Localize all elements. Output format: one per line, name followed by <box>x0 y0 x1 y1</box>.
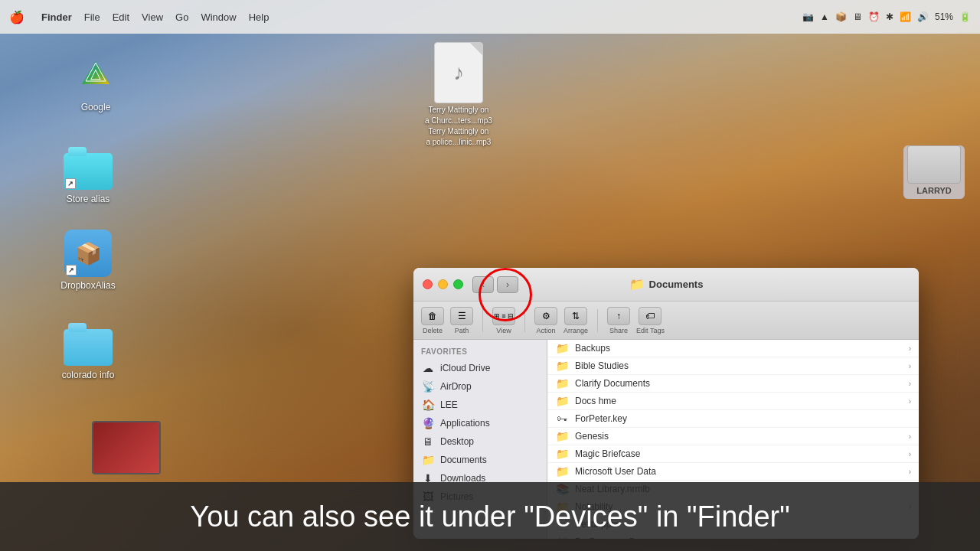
toolbar-separator-2 <box>524 309 525 332</box>
file-row[interactable]: 📁 Microsoft User Data › <box>547 463 919 481</box>
file-row[interactable]: 📁 Clarify Documents › <box>547 375 919 393</box>
menu-help[interactable]: Help <box>249 11 270 23</box>
battery-percent: 51% <box>935 11 953 22</box>
menu-finder[interactable]: Finder <box>41 11 72 23</box>
volume-icon[interactable]: 🔊 <box>917 11 929 22</box>
file-row[interactable]: 📁 Backups › <box>547 340 919 357</box>
file-expand-arrow: › <box>909 397 911 406</box>
applications-icon: 🔮 <box>421 417 435 429</box>
finder-window-title: 📁 Documents <box>629 277 704 292</box>
file-row[interactable]: 📁 Docs hme › <box>547 393 919 410</box>
bluetooth-icon[interactable]: ✱ <box>886 11 893 22</box>
screencapture-icon[interactable]: 📷 <box>802 11 814 22</box>
file-name: Magic Briefcase <box>575 448 903 459</box>
maximize-button[interactable] <box>453 279 463 289</box>
desktop: 🍎 Finder File Edit View Go Window Help 📷… <box>0 0 980 551</box>
thumbnail-image <box>92 421 161 474</box>
applications-label: Applications <box>440 418 490 429</box>
sidebar-item-lee[interactable]: 🏠 LEE <box>413 396 547 414</box>
sidebar-item-desktop[interactable]: 🖥 Desktop <box>413 432 547 451</box>
file-expand-arrow: › <box>909 432 911 441</box>
display-icon[interactable]: 🖥 <box>853 11 862 22</box>
file-expand-arrow: › <box>909 450 911 458</box>
airdrop-label: AirDrop <box>440 381 472 392</box>
sidebar-item-airdrop[interactable]: 📡 AirDrop <box>413 377 547 396</box>
file-icon: 📁 <box>555 465 569 478</box>
file-expand-arrow: › <box>909 362 911 370</box>
dropbox-alias-arrow: ↗ <box>66 265 77 276</box>
arrange-toolbar-btn[interactable]: ⇅ Arrange <box>564 307 588 334</box>
menubar: 🍎 Finder File Edit View Go Window Help 📷… <box>0 0 980 34</box>
menu-window[interactable]: Window <box>201 11 236 23</box>
larry-drive[interactable]: LARRYD <box>903 145 965 199</box>
music-label-4: a police...linic..mp3 <box>426 138 491 146</box>
delete-toolbar-btn[interactable]: 🗑 Delete <box>421 307 444 334</box>
airdrop-sidebar-icon: 📡 <box>421 380 435 393</box>
back-button[interactable]: ‹ <box>472 276 494 293</box>
sidebar-item-documents[interactable]: 📁 Documents <box>413 451 547 469</box>
file-row[interactable]: 📁 Genesis › <box>547 428 919 445</box>
file-name: Clarify Documents <box>575 378 903 389</box>
path-toolbar-btn[interactable]: ☰ Path <box>450 307 473 334</box>
wifi-icon[interactable]: 📶 <box>900 11 911 22</box>
arrange-label: Arrange <box>564 327 588 334</box>
apple-menu[interactable]: 🍎 <box>9 10 24 24</box>
timemachine-icon[interactable]: ⏰ <box>868 11 880 22</box>
menu-edit[interactable]: Edit <box>113 11 129 23</box>
folder-title-icon: 📁 <box>629 277 645 292</box>
file-expand-arrow: › <box>909 380 911 388</box>
share-toolbar-btn[interactable]: ↑ Share <box>607 307 630 334</box>
file-icon: 📁 <box>555 377 569 390</box>
larry-drive-label: LARRYD <box>916 186 951 195</box>
file-icon: 📁 <box>555 342 569 354</box>
menubar-right: 📷 ▲ 📦 🖥 ⏰ ✱ 📶 🔊 51% 🔋 <box>802 11 971 22</box>
edittags-icon: 🏷 <box>639 307 662 325</box>
desktop-icon-dropbox[interactable]: 📦 ↗ DropboxAlias <box>54 230 122 291</box>
music-label-2: a Churc...ters...mp3 <box>425 116 492 125</box>
svg-text:△: △ <box>90 66 101 81</box>
file-icon: 📁 <box>555 430 569 442</box>
minimize-button[interactable] <box>438 279 448 289</box>
music-note-icon: ♪ <box>453 60 464 85</box>
music-file[interactable]: ♪ Terry Mattingly on a Churc...ters...mp… <box>425 42 492 146</box>
file-name: Backups <box>575 343 903 354</box>
documents-sidebar-label: Documents <box>440 455 487 465</box>
dropbox-icon[interactable]: 📦 <box>835 11 847 22</box>
forward-button[interactable]: › <box>497 276 518 293</box>
menu-view[interactable]: View <box>142 11 163 23</box>
menu-go[interactable]: Go <box>175 11 188 23</box>
window-controls <box>423 279 463 289</box>
view-icons: ⊞≡⊟ <box>492 307 515 325</box>
share-label: Share <box>609 327 628 334</box>
view-toolbar-btn[interactable]: ⊞≡⊟ View <box>492 307 515 334</box>
menu-file[interactable]: File <box>84 11 100 23</box>
desktop-icon-colorado[interactable]: colorado info <box>54 318 122 380</box>
file-name: Microsoft User Data <box>575 466 903 477</box>
file-row[interactable]: 📁 Bible Studies › <box>547 357 919 375</box>
sidebar-favorites-header: Favorites <box>413 340 547 359</box>
file-name: Bible Studies <box>575 360 903 371</box>
file-icon: 📁 <box>555 360 569 372</box>
action-toolbar-btn[interactable]: ⚙ Action <box>534 307 557 334</box>
airdrop-icon[interactable]: ▲ <box>820 11 829 22</box>
file-icon: 🗝 <box>555 412 569 425</box>
documents-icon: 📁 <box>421 454 435 466</box>
window-title-text: Documents <box>649 279 704 290</box>
path-icon: ☰ <box>450 307 473 325</box>
action-icon: ⚙ <box>534 307 557 325</box>
sidebar-item-applications[interactable]: 🔮 Applications <box>413 414 547 432</box>
file-row[interactable]: 🗝 ForPeter.key <box>547 410 919 428</box>
finder-toolbar: 🗑 Delete ☰ Path ⊞≡⊟ View ⚙ Action ⇅ A <box>413 302 919 340</box>
file-name: Genesis <box>575 431 903 442</box>
battery-icon: 🔋 <box>959 11 971 22</box>
edittags-toolbar-btn[interactable]: 🏷 Edit Tags <box>636 307 665 334</box>
sidebar-item-icloud[interactable]: ☁ iCloud Drive <box>413 359 547 377</box>
file-name: Docs hme <box>575 396 903 406</box>
close-button[interactable] <box>423 279 433 289</box>
alias-arrow: ↗ <box>65 178 76 189</box>
desktop-icon-google[interactable]: △ Google <box>61 50 130 112</box>
icloud-label: iCloud Drive <box>440 363 490 373</box>
desktop-icon-store[interactable]: ↗ Store alias <box>54 142 122 204</box>
desktop-sidebar-label: Desktop <box>440 436 474 447</box>
file-row[interactable]: 📁 Magic Briefcase › <box>547 445 919 463</box>
